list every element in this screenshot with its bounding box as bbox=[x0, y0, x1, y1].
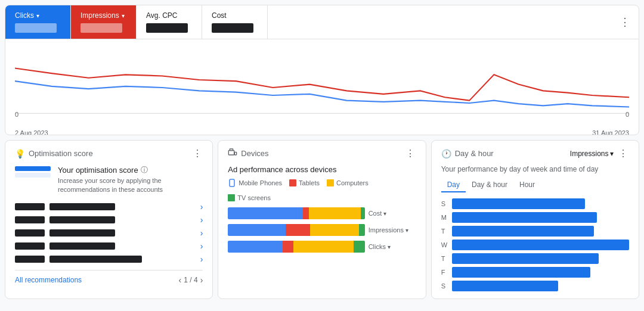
chart-x-start: 2 Aug 2023 bbox=[15, 129, 48, 135]
dh-bar-track-T1 bbox=[452, 226, 629, 237]
opt-bar-empty bbox=[15, 173, 51, 178]
opt-row-5-arrow[interactable]: › bbox=[200, 254, 203, 264]
help-icon[interactable]: ⓘ bbox=[141, 165, 148, 175]
dh-bar-W bbox=[452, 240, 629, 250]
metric-impressions-label: Impressions ▾ bbox=[80, 11, 126, 20]
page-prev-button[interactable]: ‹ bbox=[179, 275, 182, 285]
optimisation-card-title: Optimisation score bbox=[29, 149, 93, 158]
dh-row-T2: T bbox=[441, 253, 629, 264]
opt-rows: › › › › bbox=[15, 202, 203, 264]
device-clicks-row: Clicks ▾ bbox=[228, 241, 416, 253]
metric-avg-cpc-label: Avg. CPC bbox=[146, 11, 192, 20]
metric-cost[interactable]: Cost bbox=[202, 5, 268, 39]
clicks-dropdown-icon: ▾ bbox=[36, 13, 39, 19]
cost-mobile-segment bbox=[228, 207, 303, 219]
dh-bar-S2 bbox=[452, 281, 558, 291]
lightbulb-icon: 💡 bbox=[15, 149, 25, 158]
opt-footer: All recommendations ‹ 1 / 4 › bbox=[15, 270, 203, 285]
dh-day-S1: S bbox=[441, 200, 448, 207]
dh-tab-day-hour[interactable]: Day & hour bbox=[466, 178, 513, 192]
dh-day-T1: T bbox=[441, 228, 448, 235]
opt-row-1-arrow[interactable]: › bbox=[200, 202, 203, 212]
dh-tab-day[interactable]: Day bbox=[441, 178, 466, 192]
dh-bar-track-T2 bbox=[452, 253, 629, 264]
metric-avg-cpc[interactable]: Avg. CPC bbox=[137, 5, 202, 39]
svg-rect-3 bbox=[235, 152, 237, 155]
opt-bar-filled bbox=[15, 166, 51, 171]
metric-impressions[interactable]: Impressions ▾ bbox=[71, 5, 137, 39]
impressions-mobile-segment bbox=[228, 224, 285, 236]
devices-more-button[interactable]: ⋮ bbox=[405, 148, 416, 159]
metric-clicks[interactable]: Clicks ▾ bbox=[5, 5, 71, 39]
opt-row-2-arrow[interactable]: › bbox=[200, 215, 203, 225]
opt-score-section: Your optimisation score ⓘ Increase your … bbox=[15, 165, 203, 195]
dh-row-S2: S bbox=[441, 281, 629, 291]
opt-row-3-arrow[interactable]: › bbox=[200, 228, 203, 238]
legend-mobile: Mobile Phones bbox=[228, 179, 282, 187]
dh-day-F: F bbox=[441, 269, 448, 276]
day-hour-card-title: Day & hour bbox=[455, 149, 494, 158]
dh-day-M: M bbox=[441, 214, 448, 221]
cost-value-bar bbox=[212, 23, 253, 33]
dh-bar-T2 bbox=[452, 253, 599, 264]
legend-computers: Computers bbox=[327, 179, 369, 187]
clicks-mobile-segment bbox=[228, 241, 283, 253]
dh-day-T2: T bbox=[441, 255, 448, 262]
opt-row-2: › bbox=[15, 215, 203, 225]
impressions-tablet-segment bbox=[286, 224, 310, 236]
clicks-tv-segment bbox=[354, 241, 364, 253]
dh-day-S2: S bbox=[441, 282, 448, 290]
cost-computer-segment bbox=[309, 207, 361, 219]
optimisation-card: 💡 Optimisation score ⋮ Your optimisation… bbox=[5, 140, 213, 299]
opt-row-3-bar-long bbox=[49, 229, 115, 237]
chart-x-end: 31 Aug 2023 bbox=[592, 129, 629, 135]
dh-bar-track-S1 bbox=[452, 198, 629, 209]
opt-row-4-arrow[interactable]: › bbox=[200, 241, 203, 251]
opt-row-5-bar-long bbox=[49, 256, 142, 263]
day-hour-title-row: 🕐 Day & hour bbox=[441, 149, 494, 158]
main-container: Clicks ▾ Impressions ▾ Avg. CPC bbox=[0, 0, 644, 304]
optimisation-title-row: 💡 Optimisation score bbox=[15, 149, 93, 158]
all-recommendations-link[interactable]: All recommendations bbox=[15, 276, 82, 284]
opt-score-desc: Increase your score by applying the reco… bbox=[58, 176, 203, 195]
page-next-button[interactable]: › bbox=[200, 275, 203, 285]
dh-bar-M bbox=[452, 212, 597, 223]
svg-rect-2 bbox=[230, 149, 233, 151]
opt-row-3-bar-short bbox=[15, 229, 45, 237]
cost-dropdown-icon: ▾ bbox=[383, 210, 386, 217]
day-hour-more-button[interactable]: ⋮ bbox=[618, 148, 629, 159]
chart-x-labels: 2 Aug 2023 31 Aug 2023 bbox=[15, 128, 629, 135]
opt-row-2-bar-long bbox=[49, 216, 115, 223]
clock-icon: 🕐 bbox=[441, 149, 451, 158]
dh-tab-hour[interactable]: Hour bbox=[513, 178, 541, 192]
chart-more-button[interactable]: ⋮ bbox=[612, 5, 639, 39]
opt-row-1-bar-long bbox=[49, 203, 115, 210]
impressions-bar-label[interactable]: Impressions ▾ bbox=[369, 226, 416, 234]
devices-subtitle: Ad performance across devices bbox=[228, 165, 416, 174]
impressions-select[interactable]: Impressions ▾ bbox=[570, 150, 614, 158]
dh-bar-S1 bbox=[452, 198, 585, 209]
clicks-value-bar bbox=[15, 23, 57, 33]
metric-clicks-label: Clicks ▾ bbox=[15, 11, 61, 20]
optimisation-more-button[interactable]: ⋮ bbox=[193, 148, 203, 159]
day-hour-card-header: 🕐 Day & hour Impressions ▾ ⋮ bbox=[441, 148, 629, 159]
dh-row-W: W bbox=[441, 240, 629, 250]
impressions-computer-segment bbox=[310, 224, 360, 236]
device-clicks-bar bbox=[228, 241, 364, 253]
impressions-select-arrow: ▾ bbox=[610, 150, 614, 158]
dh-rows: S M T W bbox=[441, 198, 629, 291]
opt-pagination: ‹ 1 / 4 › bbox=[179, 275, 203, 285]
bottom-row: 💡 Optimisation score ⋮ Your optimisation… bbox=[5, 140, 639, 299]
opt-row-5-bar-short bbox=[15, 256, 45, 263]
chart-card: Clicks ▾ Impressions ▾ Avg. CPC bbox=[5, 5, 639, 135]
devices-icon bbox=[228, 148, 237, 159]
dh-bar-track-S2 bbox=[452, 281, 629, 291]
clicks-bar-label[interactable]: Clicks ▾ bbox=[369, 243, 416, 250]
opt-row-3: › bbox=[15, 228, 203, 238]
cost-bar-label[interactable]: Cost ▾ bbox=[369, 210, 416, 217]
opt-row-1: › bbox=[15, 202, 203, 212]
devices-card-title: Devices bbox=[241, 149, 268, 158]
opt-row-4: › bbox=[15, 241, 203, 251]
dh-row-F: F bbox=[441, 267, 629, 278]
dh-bar-track-F bbox=[452, 267, 629, 278]
